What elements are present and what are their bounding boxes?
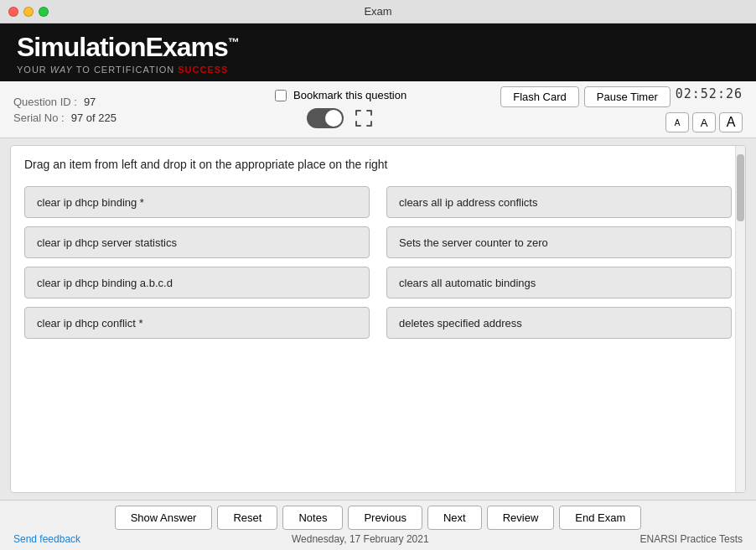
dnd-area: clear ip dhcp binding *clear ip dhcp ser… bbox=[11, 178, 745, 492]
app-logo: SimulationExams™ bbox=[17, 32, 739, 63]
app-header: SimulationExams™ YOUR WAY TO CERTIFICATI… bbox=[0, 23, 756, 81]
main-content: Drag an item from left and drop it on th… bbox=[10, 145, 746, 493]
tagline-to: TO CERTIFICATION bbox=[73, 65, 178, 75]
footer: Show AnswerResetNotesPreviousNextReviewE… bbox=[0, 500, 756, 550]
font-small-button[interactable]: A bbox=[665, 112, 689, 132]
footer-btn-reset[interactable]: Reset bbox=[217, 506, 277, 530]
question-id-row: Question ID : 97 bbox=[13, 96, 181, 108]
icon-row bbox=[307, 106, 375, 130]
title-bar: Exam bbox=[0, 0, 756, 23]
footer-btn-show-answer[interactable]: Show Answer bbox=[115, 506, 213, 530]
font-large-button[interactable]: A bbox=[719, 112, 743, 132]
question-id-label: Question ID : bbox=[13, 96, 77, 108]
bookmark-label: Bookmark this question bbox=[293, 89, 406, 101]
date-text: Wednesday, 17 February 2021 bbox=[292, 533, 429, 545]
window-title: Exam bbox=[364, 5, 391, 18]
minimize-button[interactable] bbox=[23, 7, 34, 17]
toggle-switch[interactable] bbox=[307, 108, 344, 128]
footer-bottom: Send feedback Wednesday, 17 February 202… bbox=[10, 533, 746, 545]
close-button[interactable] bbox=[8, 7, 18, 17]
font-medium-button[interactable]: A bbox=[692, 112, 716, 132]
left-dnd-item[interactable]: clear ip dhcp conflict * bbox=[24, 307, 370, 339]
fullscreen-icon[interactable] bbox=[352, 106, 375, 130]
bookmark-row: Bookmark this question bbox=[275, 89, 406, 101]
flash-card-button[interactable]: Flash Card bbox=[500, 86, 579, 107]
send-feedback-link[interactable]: Send feedback bbox=[13, 533, 80, 545]
right-dnd-item[interactable]: deletes specified address bbox=[386, 307, 732, 339]
footer-buttons: Show AnswerResetNotesPreviousNextReviewE… bbox=[10, 506, 746, 530]
info-left: Question ID : 97 Serial No : 97 of 225 bbox=[13, 96, 181, 124]
window-controls bbox=[8, 7, 49, 17]
left-column: clear ip dhcp binding *clear ip dhcp ser… bbox=[24, 186, 370, 484]
footer-btn-next[interactable]: Next bbox=[427, 506, 482, 530]
question-instruction: Drag an item from left and drop it on th… bbox=[11, 146, 745, 178]
info-middle: Bookmark this question bbox=[181, 89, 500, 130]
info-bar: Question ID : 97 Serial No : 97 of 225 B… bbox=[0, 81, 756, 138]
info-right: Flash Card Pause Timer 02:52:26 A A A bbox=[500, 86, 743, 132]
font-size-row: A A A bbox=[665, 112, 743, 132]
footer-btn-previous[interactable]: Previous bbox=[348, 506, 422, 530]
footer-btn-end-exam[interactable]: End Exam bbox=[559, 506, 641, 530]
footer-btn-notes[interactable]: Notes bbox=[282, 506, 343, 530]
bookmark-checkbox[interactable] bbox=[275, 90, 287, 101]
app-tagline: YOUR WAY TO CERTIFICATION SUCCESS bbox=[17, 65, 739, 75]
left-dnd-item[interactable]: clear ip dhcp binding * bbox=[24, 186, 370, 218]
serial-row: Serial No : 97 of 225 bbox=[13, 112, 181, 124]
logo-text: SimulationExams bbox=[17, 32, 228, 62]
right-dnd-item[interactable]: Sets the server counter to zero bbox=[386, 226, 732, 258]
right-dnd-item[interactable]: clears all ip address conflicts bbox=[386, 186, 732, 218]
left-dnd-item[interactable]: clear ip dhcp server statistics bbox=[24, 226, 370, 258]
scroll-thumb[interactable] bbox=[737, 154, 744, 221]
right-column: clears all ip address conflictsSets the … bbox=[386, 186, 732, 484]
pause-timer-button[interactable]: Pause Timer bbox=[584, 86, 671, 107]
serial-value: 97 of 225 bbox=[71, 112, 117, 124]
serial-label: Serial No : bbox=[13, 112, 65, 124]
scroll-track[interactable] bbox=[735, 146, 745, 492]
timer-display: 02:52:26 bbox=[676, 86, 743, 107]
btn-row: Flash Card Pause Timer 02:52:26 bbox=[500, 86, 743, 107]
question-id-value: 97 bbox=[84, 96, 96, 108]
tagline-success: SUCCESS bbox=[178, 65, 228, 75]
right-dnd-item[interactable]: clears all automatic bindings bbox=[386, 267, 732, 298]
footer-btn-review[interactable]: Review bbox=[487, 506, 555, 530]
tagline-your: YOUR bbox=[17, 65, 50, 75]
left-dnd-item[interactable]: clear ip dhcp binding a.b.c.d bbox=[24, 267, 370, 298]
tagline-way: WAY bbox=[50, 65, 73, 75]
logo-tm: ™ bbox=[228, 35, 239, 49]
practice-test: ENARSI Practice Tests bbox=[640, 533, 743, 545]
maximize-button[interactable] bbox=[39, 7, 49, 17]
